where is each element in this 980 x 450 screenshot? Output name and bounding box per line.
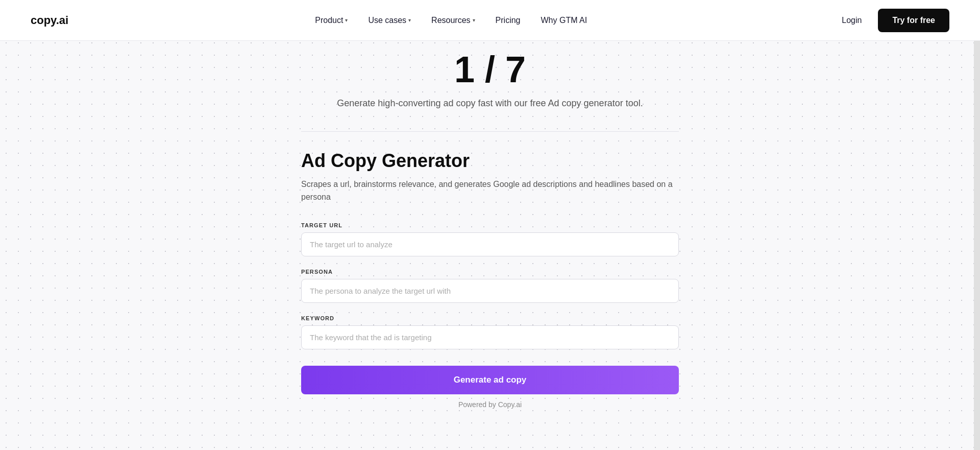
persona-label: PERSONA [301,269,679,275]
form-group-persona: PERSONA [301,269,679,303]
target-url-label: TARGET URL [301,222,679,228]
nav-center: Product ▾ Use cases ▾ Resources ▾ Pricin… [307,12,595,29]
chevron-down-icon: ▾ [408,17,411,23]
try-for-free-button[interactable]: Try for free [878,9,949,32]
nav-item-resources-label: Resources [431,16,470,25]
section-divider [301,131,679,132]
nav-item-usecases[interactable]: Use cases ▾ [360,12,419,29]
login-link[interactable]: Login [834,12,870,29]
nav-item-why-gtm[interactable]: Why GTM AI [533,12,596,29]
hero-subtitle: Generate high-converting ad copy fast wi… [332,96,648,111]
form-group-keyword: KEYWORD [301,315,679,349]
logo-text: copy.ai [31,14,68,27]
powered-by-text: Powered by Copy.ai [301,400,679,409]
tool-title: Ad Copy Generator [301,150,679,172]
nav-item-usecases-label: Use cases [368,16,406,25]
nav-item-why-gtm-label: Why GTM AI [541,16,587,25]
chevron-down-icon: ▾ [345,17,348,23]
ad-copy-form: TARGET URL PERSONA KEYWORD Generate ad c… [301,222,679,409]
nav-right: Login Try for free [834,9,949,32]
persona-input[interactable] [301,279,679,303]
keyword-label: KEYWORD [301,315,679,321]
logo[interactable]: copy.ai [31,14,68,27]
nav-item-resources[interactable]: Resources ▾ [423,12,483,29]
keyword-input[interactable] [301,325,679,349]
hero-numbers: 1 / 7 [10,51,970,88]
nav-item-pricing[interactable]: Pricing [487,12,529,29]
nav-item-pricing-label: Pricing [496,16,521,25]
main-content: Ad Copy Generator Scrapes a url, brainst… [291,131,689,429]
hero-section: 1 / 7 Generate high-converting ad copy f… [0,41,980,111]
navbar: copy.ai Product ▾ Use cases ▾ Resources … [0,0,980,41]
scrollbar[interactable] [974,0,980,450]
target-url-input[interactable] [301,232,679,256]
nav-item-product-label: Product [315,16,343,25]
nav-item-product[interactable]: Product ▾ [307,12,356,29]
form-group-target-url: TARGET URL [301,222,679,256]
tool-description: Scrapes a url, brainstorms relevance, an… [301,178,679,204]
generate-button[interactable]: Generate ad copy [301,366,679,394]
chevron-down-icon: ▾ [473,17,475,23]
